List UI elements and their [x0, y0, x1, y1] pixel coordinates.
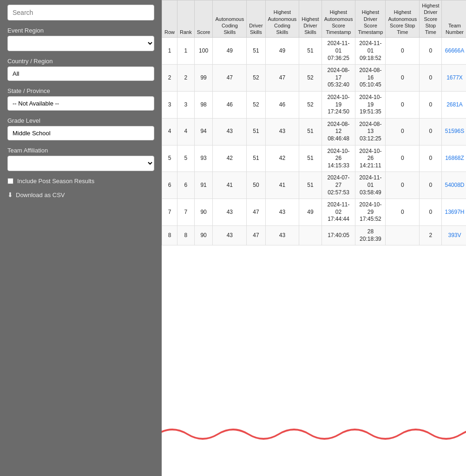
cell-driver: 52	[247, 65, 265, 92]
cell-h-driver	[299, 225, 322, 245]
col-score: Score	[194, 0, 213, 38]
cell-team-number[interactable]: 66666A	[442, 38, 466, 65]
team-affiliation-label: Team Affiliation	[7, 147, 154, 154]
cell-h-auto-ts: 2024-08-12 08:46:48	[322, 118, 355, 145]
cell-row: 5	[162, 145, 177, 172]
event-region-select[interactable]	[7, 36, 154, 51]
col-h-driver: HighestDriverSkills	[299, 0, 322, 38]
main-content: Row Rank Score AutonomousCodingSkills Dr…	[162, 0, 466, 476]
cell-h-driver-ts: 2024-11-01 03:58:49	[355, 172, 386, 199]
cell-h-driver-ts: 2024-11-01 09:18:52	[355, 38, 386, 65]
table-row: 3398465246522024-10-19 17:24:502024-10-1…	[162, 92, 466, 119]
cell-driver: 51	[247, 145, 265, 172]
col-h-driver-ts: HighestDriverScoreTimestamp	[355, 0, 386, 38]
cell-h-driver: 51	[299, 38, 322, 65]
cell-h-auto-coding: 49	[265, 38, 299, 65]
search-group	[7, 5, 154, 20]
table-row: 889043474317:40:0528 20:18:392393VLegacy…	[162, 225, 466, 245]
cell-team-number[interactable]: 1677X	[442, 65, 466, 92]
cell-score: 100	[194, 38, 213, 65]
cell-score: 93	[194, 145, 213, 172]
postseason-label: Include Post Season Results	[17, 178, 94, 185]
state-province-label: State / Province	[7, 87, 154, 94]
col-h-auto-ts: HighestAutonomousScoreTimestamp	[322, 0, 355, 38]
cell-auto-coding: 47	[213, 65, 247, 92]
cell-driver: 47	[247, 199, 265, 226]
cell-h-driver-stop: 0	[420, 92, 442, 119]
cell-driver: 52	[247, 92, 265, 119]
cell-h-auto-ts: 2024-10-26 14:15:33	[322, 145, 355, 172]
postseason-checkbox[interactable]	[7, 178, 13, 184]
state-province-input[interactable]	[7, 96, 154, 111]
cell-team-number[interactable]: 54008D	[442, 172, 466, 199]
download-csv-label: Download as CSV	[16, 192, 65, 198]
cell-h-auto-stop: 0	[386, 145, 420, 172]
cell-auto-coding: 49	[213, 38, 247, 65]
table-row: 2299475247522024-08-17 05:32:402024-08-1…	[162, 65, 466, 92]
download-csv-link[interactable]: ⬇ Download as CSV	[7, 191, 154, 198]
cell-row: 6	[162, 172, 177, 199]
cell-team-number[interactable]: 51596S	[442, 118, 466, 145]
cell-h-auto-ts: 2024-08-17 05:32:40	[322, 65, 355, 92]
cell-h-driver: 51	[299, 172, 322, 199]
cell-score: 90	[194, 225, 213, 245]
country-region-input[interactable]	[7, 66, 154, 81]
col-auto-coding: AutonomousCodingSkills	[213, 0, 247, 38]
cell-row: 8	[162, 225, 177, 245]
search-input[interactable]	[7, 5, 154, 20]
cell-row: 2	[162, 65, 177, 92]
table-row: 6691415041512024-07-27 02:57:532024-11-0…	[162, 172, 466, 199]
col-row: Row	[162, 0, 177, 38]
cell-score: 90	[194, 199, 213, 226]
cell-h-driver-stop: 0	[420, 65, 442, 92]
download-csv-row: ⬇ Download as CSV	[7, 191, 154, 198]
cell-h-auto-stop: 0	[386, 172, 420, 199]
cell-score: 98	[194, 92, 213, 119]
cell-team-number[interactable]: 13697H	[442, 199, 466, 226]
cell-driver: 51	[247, 38, 265, 65]
cell-rank: 1	[177, 38, 195, 65]
cell-auto-coding: 43	[213, 118, 247, 145]
cell-h-driver-ts: 2024-10-19 19:51:35	[355, 92, 386, 119]
cell-team-number[interactable]: 16868Z	[442, 145, 466, 172]
cell-h-auto-ts: 2024-07-27 02:57:53	[322, 172, 355, 199]
cell-h-driver-ts: 2024-10-26 14:21:11	[355, 145, 386, 172]
cell-h-driver-stop: 0	[420, 145, 442, 172]
cell-h-driver-stop: 0	[420, 38, 442, 65]
grade-level-group: Grade Level	[7, 117, 154, 140]
team-affiliation-select[interactable]	[7, 156, 154, 171]
col-rank: Rank	[177, 0, 195, 38]
table-row: 7790434743492024-11-02 17:44:442024-10-2…	[162, 199, 466, 226]
cell-driver: 51	[247, 118, 265, 145]
cell-row: 4	[162, 118, 177, 145]
sidebar: Event Region Country / Region State / Pr…	[0, 0, 162, 476]
cell-h-driver-stop: 0	[420, 118, 442, 145]
cell-h-auto-ts: 17:40:05	[322, 225, 355, 245]
postseason-row: Include Post Season Results	[7, 178, 154, 185]
cell-h-auto-ts: 2024-11-01 07:36:25	[322, 38, 355, 65]
skills-table: Row Rank Score AutonomousCodingSkills Dr…	[162, 0, 466, 245]
cell-row: 1	[162, 38, 177, 65]
wavy-annotation	[162, 420, 466, 448]
cell-h-driver-ts: 28 20:18:39	[355, 225, 386, 245]
cell-h-auto-coding: 43	[265, 118, 299, 145]
cell-h-auto-coding: 41	[265, 172, 299, 199]
country-region-label: Country / Region	[7, 58, 154, 65]
cell-h-auto-coding: 42	[265, 145, 299, 172]
cell-h-driver-stop: 0	[420, 199, 442, 226]
cell-h-driver-ts: 2024-10-29 17:45:52	[355, 199, 386, 226]
cell-driver: 50	[247, 172, 265, 199]
grade-level-input[interactable]	[7, 126, 154, 140]
cell-h-auto-coding: 46	[265, 92, 299, 119]
cell-h-auto-ts: 2024-10-19 17:24:50	[322, 92, 355, 119]
cell-rank: 7	[177, 199, 195, 226]
cell-h-driver: 51	[299, 145, 322, 172]
cell-auto-coding: 41	[213, 172, 247, 199]
cell-h-auto-coding: 43	[265, 199, 299, 226]
cell-h-driver-ts: 2024-08-13 03:12:25	[355, 118, 386, 145]
cell-team-number[interactable]: 2681A	[442, 92, 466, 119]
table-row: 11100495149512024-11-01 07:36:252024-11-…	[162, 38, 466, 65]
cell-h-auto-stop: 0	[386, 65, 420, 92]
cell-team-number[interactable]: 393V	[442, 225, 466, 245]
cell-auto-coding: 42	[213, 145, 247, 172]
